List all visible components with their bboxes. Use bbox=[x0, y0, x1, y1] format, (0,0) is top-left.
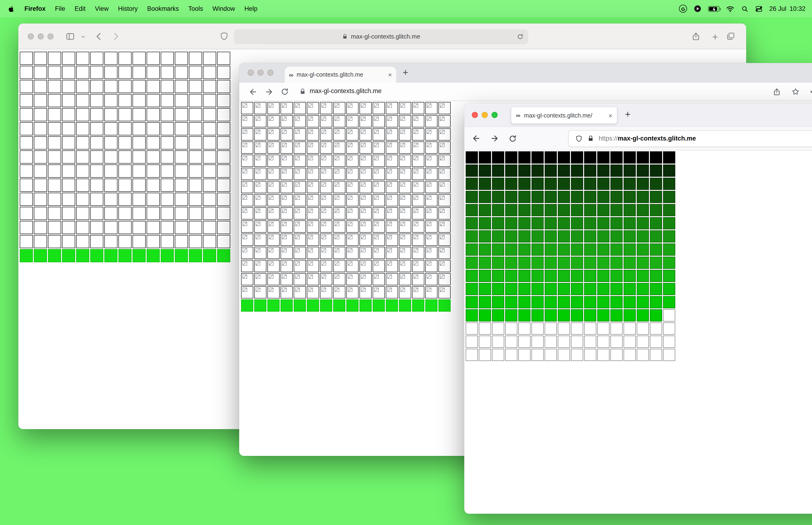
chrome-url-text[interactable]: max-gl-contexts.glitch.me bbox=[310, 87, 382, 94]
close-window-button[interactable] bbox=[248, 70, 254, 76]
zoom-window-button[interactable] bbox=[491, 112, 497, 118]
menu-item-view[interactable]: View bbox=[95, 5, 109, 12]
gl-canvas-lost bbox=[650, 322, 662, 335]
forward-button[interactable] bbox=[264, 87, 274, 96]
minimize-window-button[interactable] bbox=[482, 112, 488, 118]
broken-image-icon bbox=[308, 182, 313, 186]
menu-item-file[interactable]: File bbox=[55, 5, 65, 12]
canvas-blank bbox=[48, 66, 61, 79]
menu-app-name[interactable]: Firefox bbox=[25, 5, 46, 12]
forward-button[interactable] bbox=[111, 32, 120, 41]
extensions-puzzle-icon[interactable] bbox=[809, 87, 812, 96]
gl-canvas bbox=[597, 230, 610, 242]
sidebar-icon[interactable] bbox=[65, 31, 75, 41]
back-button[interactable] bbox=[94, 32, 103, 41]
gl-canvas bbox=[545, 230, 557, 242]
close-window-button[interactable] bbox=[28, 33, 34, 40]
broken-image-icon bbox=[308, 117, 313, 121]
broken-image-icon bbox=[440, 182, 445, 186]
canvas-broken bbox=[294, 115, 306, 127]
grammarly-status-icon[interactable]: G bbox=[679, 5, 687, 13]
share-icon[interactable] bbox=[691, 31, 701, 41]
gl-canvas bbox=[505, 296, 517, 308]
canvas-broken bbox=[386, 194, 398, 206]
broken-image-icon bbox=[348, 156, 352, 160]
share-icon[interactable] bbox=[772, 87, 781, 96]
safari-address-bar[interactable]: max-gl-contexts.glitch.me bbox=[234, 29, 528, 44]
canvas-broken bbox=[254, 273, 266, 285]
canvas-blank bbox=[133, 52, 146, 65]
apple-menu-icon[interactable] bbox=[7, 5, 15, 13]
canvas-blank bbox=[90, 52, 103, 65]
broken-image-icon bbox=[361, 248, 366, 252]
canvas-broken bbox=[294, 207, 306, 220]
gl-canvas bbox=[492, 217, 504, 229]
menubar-clock[interactable]: 26 Jul 10:32 bbox=[769, 5, 806, 12]
canvas-blank bbox=[90, 136, 103, 149]
broken-image-icon bbox=[308, 209, 313, 213]
back-button[interactable] bbox=[472, 134, 481, 143]
reload-icon[interactable] bbox=[517, 33, 523, 40]
reload-button[interactable] bbox=[508, 134, 517, 142]
menu-item-bookmarks[interactable]: Bookmarks bbox=[147, 5, 179, 12]
menu-item-history[interactable]: History bbox=[118, 5, 138, 12]
playback-status-icon[interactable] bbox=[693, 5, 702, 13]
lock-icon[interactable] bbox=[587, 135, 594, 142]
close-window-button[interactable] bbox=[472, 112, 478, 118]
gl-canvas bbox=[597, 178, 610, 190]
close-tab-icon[interactable]: × bbox=[609, 112, 612, 119]
battery-icon[interactable] bbox=[708, 6, 719, 12]
tracking-shield-icon[interactable] bbox=[575, 135, 583, 142]
canvas-broken bbox=[373, 234, 385, 246]
gl-canvas bbox=[532, 230, 544, 242]
control-center-icon[interactable] bbox=[755, 5, 763, 13]
browser-tab[interactable]: ∞ max-gl-contexts.glitch.me/ × bbox=[511, 107, 617, 124]
new-tab-button[interactable]: + bbox=[712, 31, 718, 43]
canvas-broken bbox=[241, 141, 253, 154]
canvas-broken bbox=[412, 128, 424, 140]
menu-item-edit[interactable]: Edit bbox=[75, 5, 86, 12]
minimize-window-button[interactable] bbox=[37, 33, 44, 40]
broken-image-icon bbox=[361, 117, 366, 121]
chevron-down-icon[interactable] bbox=[80, 34, 86, 40]
broken-image-icon bbox=[308, 288, 313, 292]
menu-item-window[interactable]: Window bbox=[212, 5, 235, 12]
spotlight-search-icon[interactable] bbox=[741, 5, 749, 13]
broken-image-icon bbox=[387, 103, 392, 108]
canvas-broken bbox=[386, 115, 398, 127]
lock-icon[interactable] bbox=[299, 88, 306, 95]
browser-tab[interactable]: ∞ max-gl-contexts.glitch.me × bbox=[285, 67, 396, 83]
minimize-window-button[interactable] bbox=[258, 70, 264, 76]
firefox-address-bar[interactable]: https://max-gl-contexts.glitch.me bbox=[569, 131, 812, 146]
broken-image-icon bbox=[256, 248, 260, 252]
zoom-window-button[interactable] bbox=[267, 70, 274, 76]
back-button[interactable] bbox=[249, 87, 258, 96]
canvas-blank bbox=[147, 52, 160, 65]
wifi-icon[interactable] bbox=[726, 4, 734, 13]
gl-canvas bbox=[558, 283, 570, 295]
canvas-broken bbox=[412, 115, 424, 127]
gl-canvas bbox=[545, 217, 557, 229]
close-tab-icon[interactable]: × bbox=[388, 72, 392, 78]
gl-canvas bbox=[610, 178, 623, 190]
canvas-broken bbox=[267, 260, 280, 272]
broken-image-icon bbox=[335, 235, 339, 239]
menu-item-tools[interactable]: Tools bbox=[188, 5, 203, 12]
zoom-window-button[interactable] bbox=[47, 33, 53, 40]
reload-button[interactable] bbox=[280, 87, 289, 96]
new-tab-button[interactable]: + bbox=[625, 109, 630, 120]
menu-item-help[interactable]: Help bbox=[244, 5, 258, 12]
privacy-shield-icon[interactable] bbox=[219, 31, 229, 41]
gl-canvas bbox=[597, 204, 610, 216]
canvas-blank bbox=[119, 193, 132, 206]
bookmark-star-icon[interactable] bbox=[791, 87, 800, 96]
canvas-blank bbox=[62, 165, 75, 178]
new-tab-button[interactable]: + bbox=[403, 67, 408, 78]
canvas-broken bbox=[267, 247, 280, 259]
tab-overview-icon[interactable] bbox=[726, 31, 735, 41]
forward-button[interactable] bbox=[490, 134, 499, 143]
broken-image-icon bbox=[243, 274, 247, 279]
canvas-broken bbox=[399, 168, 411, 180]
gl-canvas-lost bbox=[505, 349, 517, 361]
broken-image-icon bbox=[308, 103, 313, 108]
